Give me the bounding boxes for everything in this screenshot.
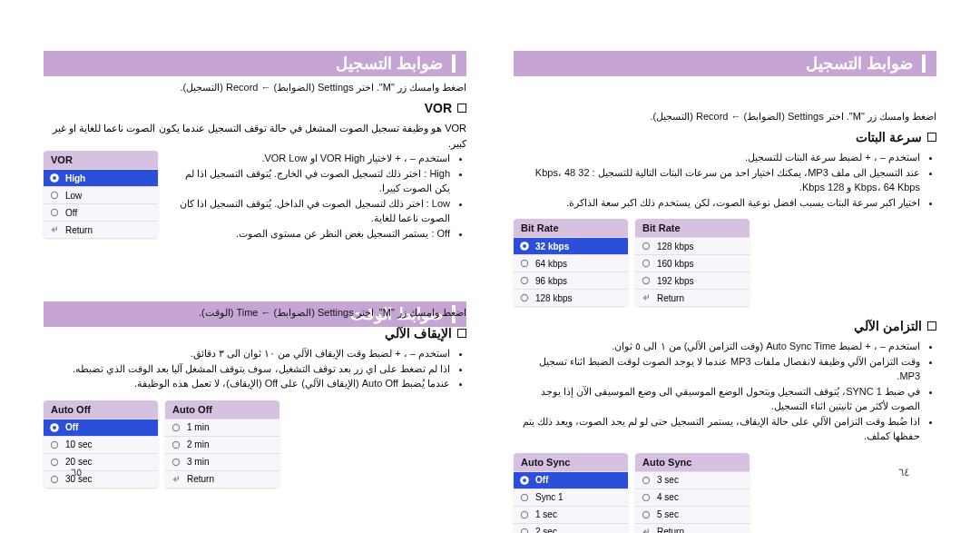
list-item[interactable]: 128 kbps xyxy=(635,237,750,254)
list-item[interactable]: 32 kbps xyxy=(514,237,628,254)
list-item[interactable]: 30 sec xyxy=(44,470,158,488)
list-item[interactable]: Off xyxy=(44,419,158,436)
list-item-label: 3 sec xyxy=(657,475,679,485)
svg-point-27 xyxy=(172,459,179,465)
svg-point-12 xyxy=(521,528,527,533)
list-item[interactable]: 192 kbps xyxy=(635,271,750,289)
breadcrumb: اضغط وامسك زر "M". اختر Settings (الضواب… xyxy=(514,111,936,123)
svg-point-23 xyxy=(51,459,57,465)
list-item[interactable]: High xyxy=(44,169,158,186)
list-item[interactable]: Return xyxy=(44,221,158,238)
list-item[interactable]: 64 kbps xyxy=(514,254,628,271)
bullet: عندما يُضبط Auto Off (الإيقاف الآلي) على… xyxy=(44,376,450,391)
list-item-label: 1 sec xyxy=(535,509,557,519)
list-item[interactable]: Return xyxy=(635,289,750,306)
gear-icon xyxy=(49,207,60,218)
square-icon xyxy=(927,133,936,142)
list-item[interactable]: 2 min xyxy=(165,436,279,453)
gear-icon xyxy=(49,173,60,183)
gear-icon xyxy=(519,241,530,252)
svg-point-9 xyxy=(523,479,526,482)
list-item[interactable]: 160 kbps xyxy=(635,254,750,271)
list-item-label: 192 kbps xyxy=(657,276,694,286)
list-item[interactable]: 10 sec xyxy=(44,436,158,453)
svg-point-14 xyxy=(642,494,649,500)
svg-point-19 xyxy=(51,209,57,215)
list-item[interactable]: 1 min xyxy=(165,419,279,436)
svg-point-24 xyxy=(51,476,57,482)
gear-icon xyxy=(519,475,530,486)
bullet: High : اختر ذلك لتسجيل الصوت في الخارج. … xyxy=(167,166,450,196)
svg-point-3 xyxy=(521,277,527,283)
bullet: وقت التزامن الآلي وظيفة لانفصال ملفات MP… xyxy=(514,354,920,384)
panel-header: Auto Off xyxy=(165,400,279,419)
gear-icon xyxy=(641,275,652,286)
header-title: ضوابط التسجيل xyxy=(806,54,913,74)
bullet: Off : يستمر التسجيل بغض النظر عن مستوى ا… xyxy=(167,226,450,242)
gear-icon xyxy=(519,492,530,503)
gear-icon xyxy=(171,439,181,450)
gear-icon xyxy=(519,509,530,520)
panel-header: Auto Off xyxy=(44,400,158,419)
sync-panels: Auto Sync Off Sync 1 1 sec 2 sec Auto Sy… xyxy=(514,453,936,534)
list-item-label: Return xyxy=(65,225,93,235)
section-vor-title: VOR xyxy=(44,101,466,115)
gear-icon xyxy=(641,492,652,503)
section-label: سرعة البتات xyxy=(856,130,922,144)
svg-point-18 xyxy=(51,192,57,198)
list-item[interactable]: Return xyxy=(165,470,279,488)
section-header-record-r: ضوابط التسجيل xyxy=(514,51,936,76)
list-item-label: 3 min xyxy=(187,457,209,467)
list-item-label: 4 sec xyxy=(657,492,679,502)
panel-autooff-left: Auto Off Off 10 sec 20 sec 30 sec xyxy=(44,400,158,488)
page-number: ٦٤ xyxy=(898,466,909,479)
return-icon xyxy=(49,224,60,235)
list-item-label: Off xyxy=(65,422,78,432)
gear-icon xyxy=(49,474,60,485)
list-item-label: Sync 1 xyxy=(535,492,564,502)
list-item-label: Off xyxy=(65,208,77,218)
list-item[interactable]: Low xyxy=(44,186,158,203)
bullet: في ضبط SYNC 1، يُتوقف التسجيل ويتحول الو… xyxy=(514,384,920,414)
list-item-label: Return xyxy=(657,293,684,303)
list-item-label: Off xyxy=(535,475,548,485)
bullet: استخدم – ، + لضبط وقت الإيقاف الآلي من ١… xyxy=(44,346,450,361)
list-item[interactable]: Sync 1 xyxy=(514,489,628,506)
list-item[interactable]: 5 sec xyxy=(635,506,750,523)
bullet: اذا لم تضغط على اي زر بعد توقف التشغيل، … xyxy=(44,361,450,377)
list-item[interactable]: 20 sec xyxy=(44,453,158,470)
list-item[interactable]: Off xyxy=(44,203,158,221)
gear-icon xyxy=(49,457,60,468)
header-bar-icon xyxy=(922,54,926,73)
list-item-label: Return xyxy=(187,474,214,484)
list-item[interactable]: 128 kbps xyxy=(514,289,628,306)
panel-autooff-right: Auto Off 1 min 2 min 3 min Return xyxy=(165,400,279,488)
svg-point-25 xyxy=(172,424,179,430)
svg-point-11 xyxy=(521,511,527,518)
gear-icon xyxy=(641,475,652,486)
bullet: استخدم – ، + لضبط Auto Sync Time (وقت ال… xyxy=(514,339,920,354)
panel-vor: VOR High Low Off Return xyxy=(44,151,158,238)
list-item[interactable]: 3 sec xyxy=(635,471,750,489)
autooff-bullets: استخدم – ، + لضبط وقت الإيقاف الآلي من ١… xyxy=(44,346,466,391)
gear-icon xyxy=(171,422,181,433)
list-item[interactable]: 3 min xyxy=(165,453,279,470)
list-item[interactable]: Off xyxy=(514,471,628,489)
return-icon xyxy=(641,527,652,534)
list-item-label: 5 sec xyxy=(657,509,679,519)
list-item[interactable]: Return xyxy=(635,523,750,534)
list-item-label: 128 kbps xyxy=(535,293,573,303)
svg-point-7 xyxy=(642,277,649,283)
list-item-label: 160 kbps xyxy=(657,259,694,269)
gear-icon xyxy=(519,258,530,269)
list-item[interactable]: 96 kbps xyxy=(514,271,628,289)
svg-point-17 xyxy=(53,176,56,180)
gear-icon xyxy=(171,457,181,468)
gear-icon xyxy=(641,509,652,520)
section-bitrate-title: سرعة البتات xyxy=(514,130,936,144)
list-item[interactable]: 2 sec xyxy=(514,523,628,534)
list-item-label: 96 kbps xyxy=(535,276,567,286)
list-item[interactable]: 1 sec xyxy=(514,506,628,523)
list-item[interactable]: 4 sec xyxy=(635,489,750,506)
gear-icon xyxy=(49,190,60,201)
